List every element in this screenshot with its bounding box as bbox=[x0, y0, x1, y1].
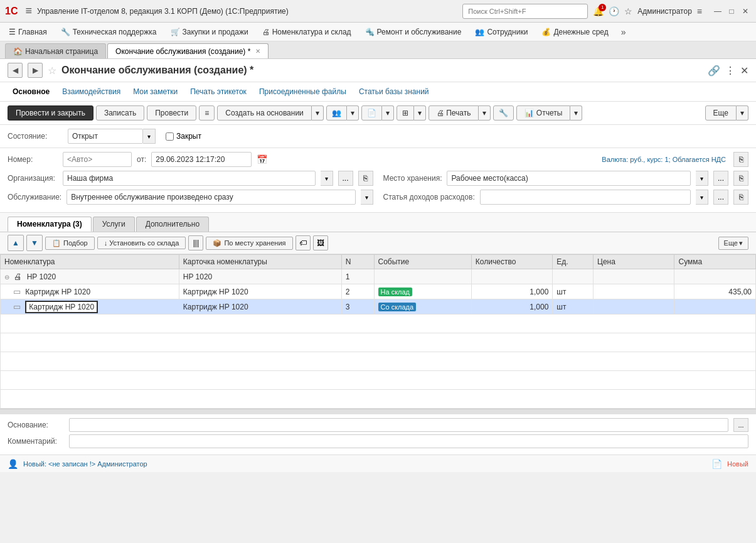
table-row[interactable]: ⊖ 🖨 HP 1020 HP 1020 1 bbox=[1, 269, 756, 284]
state-dropdown-arrow[interactable]: ▾ bbox=[143, 129, 156, 144]
create-basis-dropdown-button[interactable]: ▾ bbox=[312, 105, 324, 121]
table-button[interactable]: ⊞ bbox=[397, 105, 414, 121]
basis-select-button[interactable]: ... bbox=[733, 418, 748, 432]
inner-tab-additional[interactable]: Дополнительно bbox=[136, 217, 209, 232]
star-icon[interactable]: ☆ bbox=[624, 6, 632, 16]
link-icon[interactable]: 🔗 bbox=[708, 65, 720, 77]
users-button[interactable]: 👥 bbox=[326, 105, 347, 121]
print-dropdown-button[interactable]: ▾ bbox=[479, 105, 491, 121]
storage-copy-button[interactable]: ⎘ bbox=[733, 171, 748, 186]
storage-input[interactable] bbox=[447, 171, 691, 186]
table-dropdown-button[interactable]: ▾ bbox=[414, 105, 426, 121]
global-search-input[interactable] bbox=[462, 4, 588, 19]
table-more-button[interactable]: Еще ▾ bbox=[718, 237, 748, 250]
move-up-button[interactable]: ▲ bbox=[8, 235, 24, 251]
inner-tab-services[interactable]: Услуги bbox=[93, 217, 135, 232]
menu-item-employees[interactable]: 👥 Сотрудники bbox=[469, 25, 534, 39]
by-storage-button[interactable]: 📦 По месту хранения bbox=[206, 237, 292, 250]
income-select-button[interactable]: ... bbox=[713, 190, 728, 205]
subtab-print-labels[interactable]: Печать этикеток bbox=[185, 86, 252, 97]
print-button[interactable]: 🖨 Печать bbox=[429, 105, 479, 121]
tools-button[interactable]: 🔧 bbox=[493, 105, 514, 121]
comment-input[interactable] bbox=[69, 434, 748, 448]
image-button[interactable]: 🖼 bbox=[313, 235, 328, 250]
calendar-icon[interactable]: 📅 bbox=[257, 154, 267, 164]
table-row[interactable]: ▭ Картридж HP 1020 Картридж HP 1020 2 На… bbox=[1, 284, 756, 299]
service-dropdown-arrow[interactable]: ▾ bbox=[361, 190, 373, 205]
org-select-button[interactable]: ... bbox=[338, 171, 353, 186]
currency-copy-button[interactable]: ⎘ bbox=[733, 152, 748, 167]
horizontal-scrollbar[interactable] bbox=[0, 409, 756, 414]
menu-more-button[interactable]: » bbox=[617, 24, 630, 40]
menu-item-finance[interactable]: 💰 Денежные сред bbox=[535, 25, 614, 39]
closed-checkbox[interactable] bbox=[166, 132, 174, 141]
tab-home[interactable]: 🏠 Начальная страница bbox=[5, 43, 106, 58]
tab-close-button[interactable]: ✕ bbox=[255, 48, 260, 55]
date-input[interactable] bbox=[151, 152, 252, 167]
currency-info[interactable]: Валюта: руб., курс: 1; Облагается НДС bbox=[602, 156, 726, 163]
inner-tab-nomenclature[interactable]: Номенклатура (3) bbox=[8, 217, 92, 232]
favorite-star-icon[interactable]: ☆ bbox=[48, 65, 56, 77]
post-button[interactable]: Провести bbox=[147, 105, 196, 121]
storage-select-button[interactable]: ... bbox=[713, 171, 728, 186]
notification-icon[interactable]: 🔔 1 bbox=[593, 6, 604, 16]
reports-button[interactable]: 📊 Отчеты bbox=[516, 105, 570, 121]
storage-dropdown-arrow[interactable]: ▾ bbox=[696, 171, 708, 186]
back-button[interactable]: ◀ bbox=[8, 63, 23, 78]
basis-input[interactable] bbox=[69, 418, 728, 432]
tab-active-document[interactable]: Окончание обслуживания (создание) * ✕ bbox=[107, 43, 269, 58]
forward-button[interactable]: ▶ bbox=[28, 63, 43, 78]
menu-hamburger-icon[interactable]: ≡ bbox=[25, 4, 32, 18]
doc-button[interactable]: 📄 bbox=[361, 105, 382, 121]
employees-menu-icon: 👥 bbox=[475, 28, 484, 36]
user-record-link[interactable]: Новый: <не записан !> Администратор bbox=[23, 460, 147, 468]
close-window-button[interactable]: ✕ bbox=[740, 6, 751, 17]
org-row: Организация: ▾ ... ⎘ bbox=[8, 171, 373, 186]
more-button[interactable]: Еще bbox=[705, 105, 737, 121]
collapse-icon[interactable]: ⊖ bbox=[4, 274, 9, 281]
org-dropdown-arrow[interactable]: ▾ bbox=[321, 171, 333, 186]
users-dropdown-button[interactable]: ▾ bbox=[347, 105, 359, 121]
create-basis-button[interactable]: Создать на основании bbox=[217, 105, 312, 121]
menu-item-purchases[interactable]: 🛒 Закупки и продажи bbox=[164, 25, 255, 39]
close-doc-icon[interactable]: ✕ bbox=[740, 65, 748, 77]
menu-item-nomenclature[interactable]: 🖨 Номенклатура и склад bbox=[256, 25, 358, 39]
settings-icon[interactable]: ≡ bbox=[697, 6, 702, 16]
tag-button[interactable]: 🏷 bbox=[295, 235, 311, 250]
org-input[interactable] bbox=[63, 171, 316, 186]
subtab-attached-files[interactable]: Присоединенные файлы bbox=[254, 86, 351, 97]
menu-item-support[interactable]: 🔧 Техническая поддержка bbox=[55, 25, 163, 39]
income-dropdown-arrow[interactable]: ▾ bbox=[696, 190, 708, 205]
income-input[interactable] bbox=[480, 190, 691, 205]
history-icon[interactable]: 🕐 bbox=[609, 6, 619, 16]
menu-item-repair[interactable]: 🔩 Ремонт и обслуживание bbox=[359, 25, 468, 39]
data-table-wrapper: Номенклатура Карточка номенклатуры N Соб… bbox=[0, 254, 756, 409]
post-and-close-button[interactable]: Провести и закрыть bbox=[8, 105, 93, 121]
subtab-main[interactable]: Основное bbox=[8, 86, 55, 97]
more-dropdown-button[interactable]: ▾ bbox=[737, 105, 748, 121]
save-button[interactable]: Записать bbox=[96, 105, 144, 121]
set-from-stock-button[interactable]: ↓ Установить со склада bbox=[97, 237, 186, 249]
menu-item-home[interactable]: ☰ Главная bbox=[3, 25, 53, 39]
table-row[interactable]: ▭ Картридж HP 1020 Картридж HP 1020 3 Со… bbox=[1, 299, 756, 315]
subtab-notes[interactable]: Мои заметки bbox=[128, 86, 183, 97]
state-input[interactable] bbox=[68, 129, 143, 144]
service-input[interactable] bbox=[67, 190, 355, 205]
subtab-interactions[interactable]: Взаимодействия bbox=[57, 86, 125, 97]
repair-menu-label: Ремонт и обслуживание bbox=[377, 28, 462, 36]
select-button[interactable]: 📋 Подбор bbox=[45, 237, 95, 250]
minimize-button[interactable]: — bbox=[712, 6, 723, 17]
more-options-icon[interactable]: ⋮ bbox=[725, 65, 735, 77]
maximize-button[interactable]: □ bbox=[726, 6, 737, 17]
income-copy-button[interactable]: ⎘ bbox=[733, 190, 748, 205]
doc-dropdown-button[interactable]: ▾ bbox=[382, 105, 394, 121]
subtab-knowledge-base[interactable]: Статьи базы знаний bbox=[354, 86, 434, 97]
reports-dropdown-button[interactable]: ▾ bbox=[570, 105, 582, 121]
org-copy-button[interactable]: ⎘ bbox=[358, 171, 373, 186]
barcode-button[interactable]: ||| bbox=[188, 235, 203, 250]
number-input[interactable] bbox=[63, 152, 132, 167]
list-view-button[interactable]: ≡ bbox=[199, 105, 215, 121]
move-down-button[interactable]: ▼ bbox=[26, 235, 43, 251]
col-header-qty: Количество bbox=[471, 255, 552, 269]
window-controls: — □ ✕ bbox=[712, 6, 751, 17]
